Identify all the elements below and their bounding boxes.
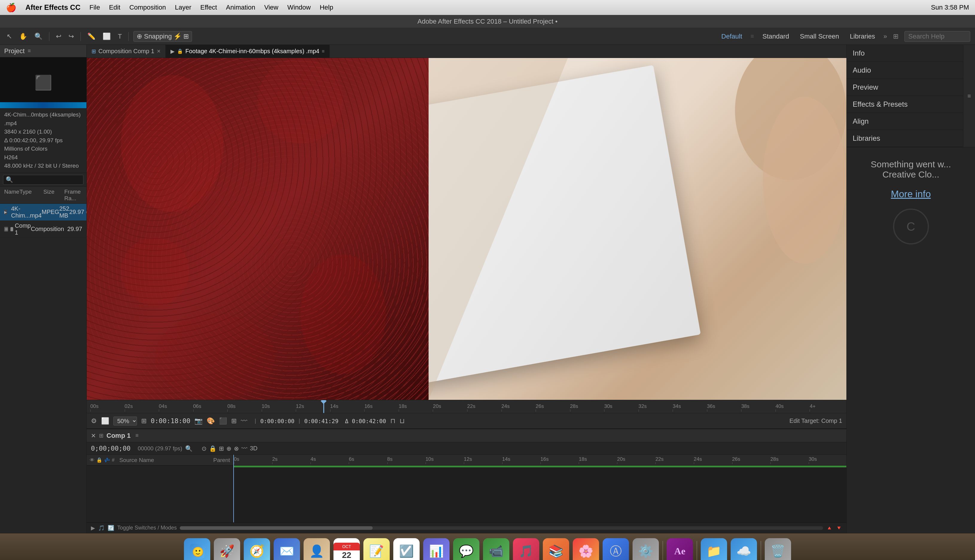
menu-animation[interactable]: Animation — [226, 3, 256, 12]
select-tool[interactable]: ↖ — [5, 32, 14, 42]
footage-left — [87, 58, 428, 400]
dock-reminders[interactable]: ☑️ — [393, 538, 420, 560]
dock-messages[interactable]: 💬 — [453, 538, 480, 560]
right-panel-info[interactable]: Info — [847, 45, 963, 62]
tl-frame-btn[interactable]: ⊞ — [219, 445, 224, 452]
dock-appstore[interactable]: Ⓐ — [603, 538, 629, 560]
dock-notes[interactable]: 📝 — [363, 538, 390, 560]
footage-tab-menu[interactable]: ≡ — [322, 49, 324, 54]
dock-safari[interactable]: 🧭 — [244, 538, 270, 560]
viewer-playhead[interactable] — [323, 400, 324, 413]
more-info-link[interactable]: More info — [853, 185, 969, 203]
zoom-tool[interactable]: 🔍 — [33, 32, 44, 42]
shape-tool[interactable]: ⬜ — [101, 32, 112, 42]
tl-search-btn[interactable]: 🔍 — [185, 445, 192, 452]
tl-markers-btn[interactable]: ⊗ — [234, 445, 239, 452]
project-item-comp[interactable]: ⊞ Comp 1 Composition 29.97 — [0, 221, 87, 238]
dock-folder-blue[interactable]: 📁 — [701, 538, 727, 560]
zoom-select[interactable]: 50% — [113, 417, 137, 425]
menu-view[interactable]: View — [264, 3, 278, 12]
right-panel-audio[interactable]: Audio — [847, 62, 963, 79]
dock-calendar[interactable]: OCT 22 — [333, 538, 360, 560]
menu-layer[interactable]: Layer — [175, 3, 191, 12]
menu-help[interactable]: Help — [320, 3, 333, 12]
tl-zoom-in-btn[interactable]: 🔺 — [826, 525, 833, 531]
right-panel-tabs: Info Audio Preview Effects & Presets Ali… — [847, 45, 963, 147]
dock-ae[interactable]: Ae — [667, 538, 693, 560]
menu-effect[interactable]: Effect — [201, 3, 217, 12]
tl-close-btn[interactable]: ✕ — [91, 432, 96, 439]
tl-audio-btn[interactable]: 🎵 — [98, 525, 105, 531]
redo-btn[interactable]: ↪ — [67, 32, 76, 42]
viewer-settings-btn[interactable]: ⚙ — [91, 417, 97, 425]
dock-facetime[interactable]: 📹 — [483, 538, 509, 560]
tl-scroll-thumb — [180, 526, 373, 530]
right-panel-libraries[interactable]: Libraries — [847, 130, 963, 147]
dock-contacts[interactable]: 👤 — [304, 538, 330, 560]
pen-tool[interactable]: ✏️ — [85, 32, 97, 42]
tl-loop-btn[interactable]: 🔄 — [108, 525, 114, 531]
snapping-toggle[interactable]: ⊕ Snapping ⚡ ⊞ — [134, 31, 192, 42]
project-menu-icon[interactable]: ≡ — [27, 48, 31, 54]
menu-file[interactable]: File — [89, 3, 100, 12]
tl-solo-btn[interactable]: ⊙ — [202, 445, 207, 452]
help-search[interactable] — [905, 31, 970, 42]
dock-music[interactable]: 🎵 — [513, 538, 539, 560]
tl-transfer-btn[interactable]: ⊕ — [226, 445, 231, 452]
ruler-mark: 22s — [467, 403, 501, 412]
timeline-ruler: 00s02s04s06s08s10s12s14s16s18s20s22s24s2… — [90, 400, 843, 413]
viewer-alpha-btn[interactable]: ⬛ — [219, 417, 227, 425]
dock-finder[interactable]: 🙂 — [184, 538, 210, 560]
dock-icloud[interactable]: ☁️ — [731, 538, 757, 560]
tl-motion-btn[interactable]: 〰 — [241, 445, 248, 452]
workspace-default[interactable]: Default — [719, 32, 745, 42]
tl-playhead[interactable] — [233, 455, 234, 522]
dock-books[interactable]: 📚 — [543, 538, 569, 560]
viewer-motion-btn[interactable]: 〰 — [241, 417, 248, 425]
viewer-lift-btn[interactable]: ⊓ — [390, 417, 395, 425]
dock-trash[interactable]: 🗑️ — [765, 538, 791, 560]
music-icon: 🎵 — [513, 538, 539, 560]
workspace-small[interactable]: Small Screen — [798, 32, 841, 42]
comp-tab-close[interactable]: ✕ — [157, 48, 161, 54]
right-panel-scroll-btn[interactable]: ≡ — [963, 45, 975, 147]
tl-preview-btn[interactable]: ▶ — [91, 525, 95, 531]
dock-photos[interactable]: 🌸 — [573, 538, 599, 560]
viewer-extract-btn[interactable]: ⊔ — [400, 417, 405, 425]
dock-launchpad[interactable]: 🚀 — [214, 538, 240, 560]
viewer-fit-btn[interactable]: ⊞ — [141, 417, 147, 425]
workspace-standard[interactable]: Standard — [760, 32, 791, 42]
viewer-display-btn[interactable]: ⬜ — [101, 417, 109, 425]
tl-zoom-out-btn[interactable]: 🔻 — [836, 525, 842, 531]
timeline-panel: ✕ ⊞ Comp 1 ≡ 0;00;00;00 00000 (29.97 fps… — [87, 428, 846, 533]
dock-keynote[interactable]: 📊 — [423, 538, 450, 560]
tl-ruler-mark: 14s — [502, 456, 540, 464]
right-panel-effects[interactable]: Effects & Presets — [847, 96, 963, 113]
viewer-color-btn[interactable]: 🎨 — [207, 417, 215, 425]
right-panel-preview[interactable]: Preview — [847, 79, 963, 96]
menu-composition[interactable]: Composition — [129, 3, 166, 12]
workspace-libraries[interactable]: Libraries — [847, 32, 877, 42]
comp-tab[interactable]: ⊞ Composition Comp 1 ✕ — [87, 45, 166, 58]
viewer-grid-btn[interactable]: ⊞ — [231, 417, 237, 425]
viewer-camera-btn[interactable]: 📷 — [194, 417, 202, 425]
apple-menu[interactable]: 🍎 — [6, 3, 17, 13]
ruler-mark: 24s — [501, 403, 535, 412]
project-item-video[interactable]: ▶ 4K-Chim...mp4 MPEG 252 MB 29.97 ⊕ — [0, 204, 87, 221]
text-tool[interactable]: T — [116, 32, 124, 42]
tl-menu-icon[interactable]: ≡ — [135, 432, 139, 439]
books-icon: 📚 — [543, 538, 569, 560]
footage-tab[interactable]: ▶ 🔒 Footage 4K-Chimei-inn-60mbps (4ksamp… — [166, 45, 329, 58]
undo-btn[interactable]: ↩ — [54, 32, 63, 42]
tl-3d-btn[interactable]: 3D — [250, 445, 258, 452]
menu-window[interactable]: Window — [288, 3, 311, 12]
hand-tool[interactable]: ✋ — [17, 32, 29, 42]
tl-lock-btn[interactable]: 🔒 — [209, 445, 217, 452]
dock-mail[interactable]: ✉️ — [274, 538, 300, 560]
tl-shy-col: 💤 — [104, 457, 110, 463]
menu-edit[interactable]: Edit — [109, 3, 120, 12]
tl-scroll-track[interactable] — [180, 526, 823, 530]
project-search-input[interactable] — [3, 175, 84, 185]
right-panel-align[interactable]: Align — [847, 113, 963, 130]
dock-syspref[interactable]: ⚙️ — [632, 538, 659, 560]
